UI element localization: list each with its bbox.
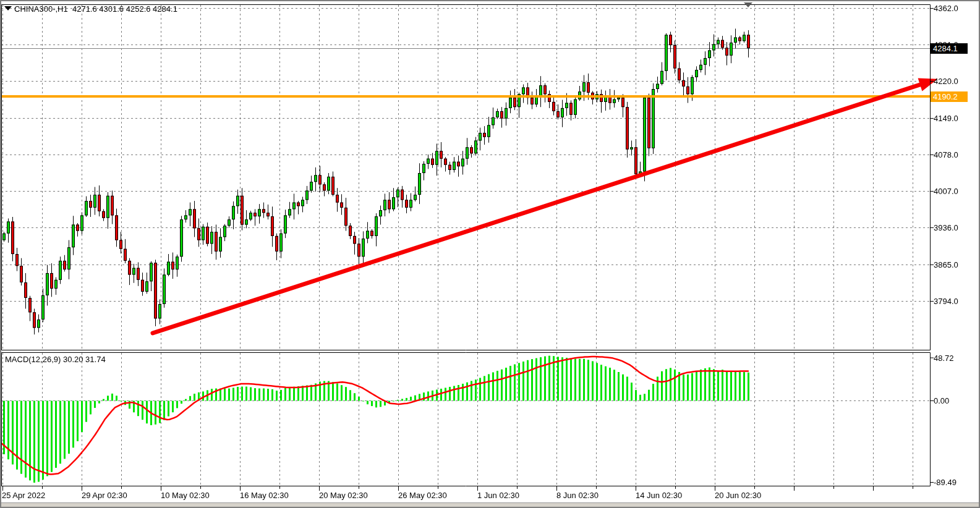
ohlc-close: 4284.1 xyxy=(153,4,177,14)
time-axis-label: 1 Jun 02:30 xyxy=(477,491,519,499)
time-axis-label: 26 May 02:30 xyxy=(398,491,447,499)
hline-price-tag: 4190.2 xyxy=(931,91,968,102)
macd-name: MACD(12,26,9) xyxy=(5,355,61,364)
time-axis-label: 29 Apr 02:30 xyxy=(82,491,127,499)
macd-indicator-label: MACD(12,26,9) 30.20 31.74 xyxy=(5,355,106,363)
time-axis-label: 25 Apr 2022 xyxy=(2,491,45,499)
time-axis-label: 10 May 02:30 xyxy=(161,491,210,499)
symbol-period-label: CHINA300-,H1 xyxy=(14,4,68,14)
price-axis-label: 4078.0 xyxy=(934,150,958,158)
ohlc-high: 4301.6 xyxy=(99,4,124,14)
price-axis-label: 4007.0 xyxy=(934,187,958,195)
ohlc-low: 4252.6 xyxy=(126,4,151,14)
ohlc-open: 4271.6 xyxy=(72,4,97,14)
price-axis-label: 4220.0 xyxy=(934,77,958,85)
macd-current-value: 30.20 xyxy=(63,355,83,364)
macd-axis-label: 0.00 xyxy=(934,397,949,405)
chart-window: CHINA300-,H1 4271.6 4301.6 4252.6 4284.1… xyxy=(0,0,980,508)
price-axis-label: 3794.0 xyxy=(934,297,958,305)
time-axis-label: 16 May 02:30 xyxy=(240,491,289,499)
price-axis-label: 3865.0 xyxy=(934,260,958,268)
price-axis-label: 3936.0 xyxy=(934,224,958,232)
current-price-tag: 4284.1 xyxy=(931,43,968,54)
price-axis-label: 4149.0 xyxy=(934,114,958,122)
chart-title: CHINA300-,H1 4271.6 4301.6 4252.6 4284.1 xyxy=(14,5,177,13)
time-axis-label: 20 May 02:30 xyxy=(319,491,368,499)
window-bottom-strip xyxy=(0,502,980,508)
time-axis-label: 20 Jun 02:30 xyxy=(715,491,761,499)
macd-signal-value: 31.74 xyxy=(85,355,106,364)
time-axis-label: 8 Jun 02:30 xyxy=(556,491,599,499)
price-axis-label: 4362.0 xyxy=(934,4,958,12)
macd-axis-label: -89.49 xyxy=(934,478,957,486)
chart-canvas[interactable] xyxy=(0,0,980,508)
macd-axis-label: 48.72 xyxy=(934,354,954,362)
time-axis-label: 14 Jun 02:30 xyxy=(636,491,682,499)
